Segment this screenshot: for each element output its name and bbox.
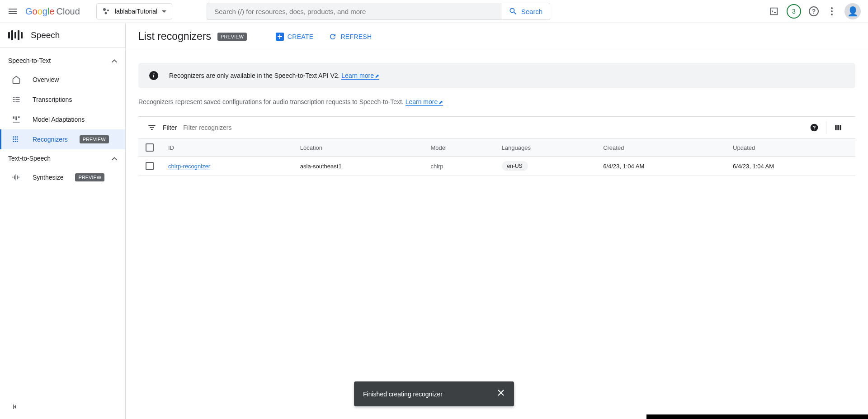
learn-more-link[interactable]: Learn more⬈ [341,72,379,80]
adaptations-icon [12,115,21,124]
svg-rect-12 [13,101,15,102]
trial-badge[interactable]: 3 [787,4,801,19]
col-created[interactable]: Created [596,139,726,157]
trial-count: 3 [792,8,796,15]
plus-icon [276,33,284,41]
svg-text:?: ? [813,125,816,130]
project-icon [102,7,110,15]
svg-text:?: ? [812,8,816,15]
svg-rect-24 [13,141,14,142]
close-icon [497,389,505,397]
recognizers-icon [12,135,21,144]
svg-rect-19 [15,136,16,138]
help-icon[interactable]: ? [808,6,819,17]
col-updated[interactable]: Updated [726,139,855,157]
svg-rect-17 [13,122,20,123]
svg-rect-31 [19,176,19,178]
nav-item-model-adaptations-label: Model Adaptations [33,116,85,123]
svg-rect-27 [13,176,14,178]
svg-point-6 [831,10,833,12]
sidebar-header: Speech [0,23,125,48]
svg-rect-36 [835,125,836,130]
bottom-bar [646,414,868,419]
row-updated: 6/4/23, 1:04 AM [726,157,855,176]
cloud-shell-icon[interactable] [769,6,779,17]
table-row: chirp-recognizer asia-southeast1 chirp e… [138,157,855,176]
svg-rect-15 [15,116,17,120]
hamburger-menu[interactable] [7,6,18,17]
col-location[interactable]: Location [293,139,424,157]
nav-item-transcriptions[interactable]: Transcriptions [0,90,125,110]
description-text: Recognizers represent saved configuratio… [138,98,406,105]
svg-point-0 [103,8,106,11]
svg-rect-10 [13,99,15,100]
svg-rect-22 [15,138,16,140]
filter-label: Filter [163,124,177,131]
svg-point-1 [107,10,109,11]
chevron-up-icon [112,157,117,160]
search-input[interactable] [214,8,493,15]
svg-point-5 [831,7,833,9]
search-box[interactable] [207,3,501,20]
select-all-checkbox[interactable] [146,143,154,152]
nav-item-recognizers[interactable]: Recognizers PREVIEW [0,129,125,149]
more-menu-icon[interactable] [826,6,837,17]
project-name: lablabaiTutorial [115,8,157,15]
col-id[interactable]: ID [161,139,293,157]
project-selector[interactable]: lablabaiTutorial [96,3,172,19]
collapse-sidebar-button[interactable] [12,403,19,412]
svg-rect-28 [14,176,15,179]
columns-icon[interactable] [830,122,846,133]
chevron-up-icon [112,59,117,62]
home-icon [12,75,21,84]
nav-item-synthesize[interactable]: Synthesize PREVIEW [0,167,125,187]
toast-close-button[interactable] [497,389,505,399]
filter-help-icon[interactable]: ? [806,122,822,133]
filter-input[interactable] [183,124,800,131]
info-icon: i [149,71,158,80]
create-button[interactable]: CREATE [276,33,314,41]
svg-rect-16 [18,116,19,118]
svg-point-7 [831,14,833,15]
preview-badge: PREVIEW [75,173,104,181]
row-checkbox[interactable] [146,162,154,170]
chevron-down-icon [162,10,166,13]
row-created: 6/4/23, 1:04 AM [596,157,726,176]
svg-rect-38 [840,125,841,130]
nav-section-stt[interactable]: Speech-to-Text [0,52,125,70]
create-button-label: CREATE [288,33,314,40]
logo-cloud-text: Cloud [57,6,80,17]
google-cloud-logo[interactable]: Google Cloud [25,6,80,17]
info-banner: i Recognizers are only available in the … [138,63,855,88]
svg-rect-32 [13,405,14,409]
svg-rect-9 [15,97,19,98]
external-link-icon: ⬈ [439,99,443,105]
title-preview-badge: PREVIEW [217,33,247,41]
col-model[interactable]: Model [423,139,494,157]
svg-rect-13 [15,101,19,102]
sidebar-title: Speech [31,30,60,40]
learn-more-link-2[interactable]: Learn more⬈ [406,98,443,106]
refresh-button-label: REFRESH [340,33,372,40]
nav-item-transcriptions-label: Transcriptions [33,96,72,103]
refresh-button[interactable]: REFRESH [329,33,372,41]
nav-item-overview-label: Overview [33,76,59,83]
nav-section-tts[interactable]: Text-to-Speech [0,149,125,167]
recognizer-id-link[interactable]: chirp-recognizer [168,163,210,170]
filter-icon [147,123,156,132]
svg-rect-11 [15,99,19,100]
search-icon [509,7,518,16]
page-title: List recognizers [138,30,211,43]
svg-rect-20 [17,136,18,138]
toast-message: Finished creating recognizer [363,390,443,398]
search-button[interactable]: Search [501,3,551,20]
svg-rect-14 [13,116,14,119]
nav-item-model-adaptations[interactable]: Model Adaptations [0,110,125,129]
nav-item-overview[interactable]: Overview [0,70,125,90]
user-avatar[interactable]: 👤 [844,3,861,19]
row-model: chirp [430,163,443,170]
refresh-icon [329,33,337,41]
banner-text: Recognizers are only available in the Sp… [169,72,341,79]
col-languages[interactable]: Languages [495,139,596,157]
search-button-label: Search [521,8,543,15]
